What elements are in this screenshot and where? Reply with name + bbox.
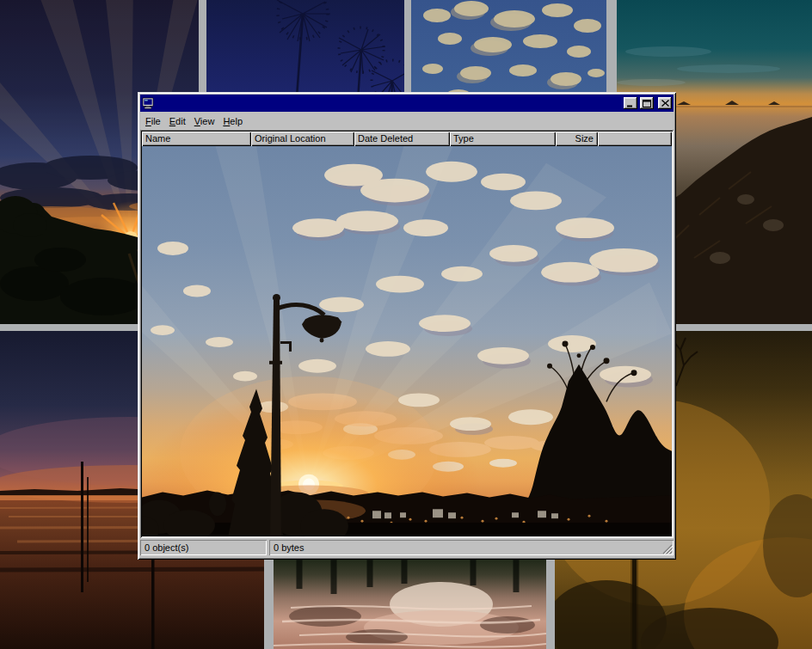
resize-grip[interactable]: [661, 543, 673, 554]
status-size-text: 0 bytes: [274, 542, 304, 553]
desktop: FileEditViewHelp NameOriginal LocationDa…: [0, 0, 812, 649]
menu-item-help[interactable]: Help: [218, 113, 247, 129]
file-list-view: NameOriginal LocationDate DeletedTypeSiz…: [140, 130, 674, 538]
column-header-size[interactable]: Size: [556, 132, 598, 146]
recycle-bin-window: FileEditViewHelp NameOriginal LocationDa…: [138, 92, 676, 560]
column-header-original-location[interactable]: Original Location: [251, 132, 354, 146]
close-button[interactable]: [658, 97, 672, 109]
status-bar: 0 object(s) 0 bytes: [140, 538, 674, 557]
menu-bar: FileEditViewHelp: [140, 113, 674, 129]
menu-item-view[interactable]: View: [190, 113, 219, 129]
maximize-button[interactable]: [640, 97, 654, 109]
menu-item-edit[interactable]: Edit: [165, 113, 190, 129]
menu-item-file[interactable]: File: [141, 113, 165, 129]
column-header-blank[interactable]: [598, 132, 672, 146]
column-header-date-deleted[interactable]: Date Deleted: [354, 132, 450, 146]
column-header-type[interactable]: Type: [450, 132, 556, 146]
computer-icon[interactable]: [142, 97, 154, 109]
column-header-row: NameOriginal LocationDate DeletedTypeSiz…: [142, 132, 672, 146]
status-size: 0 bytes: [269, 540, 674, 555]
status-object-count: 0 object(s): [140, 540, 267, 555]
list-viewport-sunset-lamp-photo: [142, 146, 672, 536]
minimize-button[interactable]: [624, 97, 637, 109]
column-header-name[interactable]: Name: [142, 132, 251, 146]
title-bar[interactable]: [140, 95, 674, 112]
